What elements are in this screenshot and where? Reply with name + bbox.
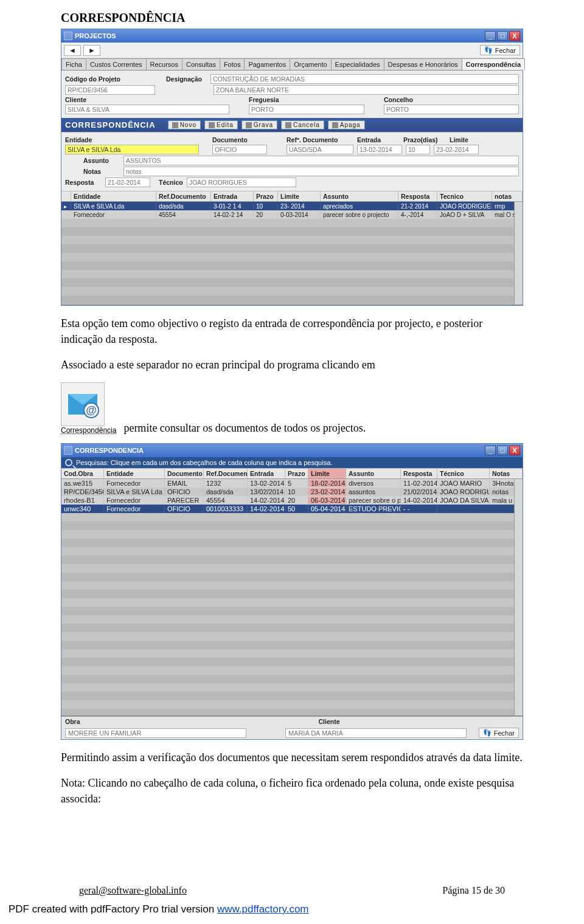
paragraph: Permitindo assim a verificação dos docum… <box>61 750 523 765</box>
designacao-field[interactable]: CONSTRUÇÃO DE MORADIAS <box>210 74 519 84</box>
pdf-watermark: PDF created with pdfFactory Pro trial ve… <box>9 903 584 915</box>
assunto-label: Assunto <box>83 157 120 164</box>
tab-correspondencia[interactable]: Correspondência <box>462 58 525 70</box>
band-title: CORRESPONDÊNCIA <box>65 120 156 129</box>
cliente-field[interactable]: MARIA DA MARIA <box>285 728 467 738</box>
grid2-footer: Obra Cliente <box>61 716 523 726</box>
table-row[interactable]: RP/CDE/3456 SILVA e SILVA Lda OFICIO das… <box>61 488 523 496</box>
obra-field[interactable]: MORERE UN FAMILIAR <box>65 728 246 738</box>
assunto-field[interactable]: ASSUNTOS <box>123 156 519 165</box>
minimize-button[interactable]: _ <box>485 31 496 41</box>
codigo-field[interactable]: RP/CDE/3456 <box>65 85 155 95</box>
concelho-label: Concelho <box>384 96 413 103</box>
grid2-header[interactable]: Cod.Obra Entidade Documento Ref.Documen … <box>61 468 523 479</box>
grid1-header[interactable]: Entidade Ref.Documento Entrada Prazo Lim… <box>61 191 523 202</box>
limite-label: Limite <box>450 136 468 143</box>
app-icon <box>64 32 72 40</box>
prazo-field[interactable]: 10 <box>406 145 430 154</box>
vertical-scrollbar[interactable] <box>514 202 523 305</box>
grid2[interactable]: as.we315 Fornecedor EMAIL 1232 13-02-201… <box>61 479 523 716</box>
fechar-label: Fechar <box>495 47 516 54</box>
nav-prev-button[interactable]: ◄ <box>64 45 81 56</box>
obra-label: Obra <box>65 718 80 725</box>
concelho-field[interactable]: PORTO <box>384 105 519 114</box>
nav-next-button[interactable]: ► <box>83 45 100 56</box>
tab-pagamentos[interactable]: Pagamentos <box>244 58 290 70</box>
window-title: CORRESPONDENCIA <box>75 447 144 454</box>
exit-icon: 👣 <box>484 46 493 54</box>
paragraph: Esta opção tem como objectivo o registo … <box>61 315 523 347</box>
tab-ficha[interactable]: Ficha <box>61 58 86 70</box>
page-footer: geral@software-global.info Página 15 de … <box>0 885 584 896</box>
table-row[interactable]: ▸ SILVA e SILVA Lda dasd/sda 3-01-2 1 4 … <box>61 202 523 210</box>
grid1[interactable]: ▸ SILVA e SILVA Lda dasd/sda 3-01-2 1 4 … <box>61 202 523 305</box>
entidade-label: Entidade <box>65 136 102 143</box>
designacao-label: Designação <box>166 75 202 83</box>
edit-icon <box>209 122 215 128</box>
paragraph: Nota: Clicando no cabeçalho de cada colu… <box>61 775 523 807</box>
documento-label: Documento <box>212 136 261 143</box>
tab-despesas[interactable]: Despesas e Honorários <box>384 58 462 70</box>
notas-field[interactable]: notas <box>123 167 519 176</box>
notas-label: Notas <box>83 168 120 175</box>
documento-field[interactable]: OFICIO <box>212 145 267 154</box>
codigo-label: Código do Projeto <box>65 75 132 83</box>
ref-field[interactable]: UASD/SDA <box>287 145 353 154</box>
nav-toolbar: ◄ ► 👣 Fechar <box>61 43 523 58</box>
shortcut-caption: Correspondência <box>61 426 116 437</box>
table-row[interactable]: Fornecedor 45554 14-02-2 14 20 0-03-2014… <box>61 210 523 219</box>
section-band: CORRESPONDÊNCIA Novo Edita Grava Cancela… <box>61 118 523 132</box>
tab-consultas[interactable]: Consultas <box>182 58 220 70</box>
tab-fotos[interactable]: Fotos <box>220 58 245 70</box>
pdffactory-link[interactable]: www.pdffactory.com <box>217 903 309 915</box>
fechar-button[interactable]: 👣 Fechar <box>480 45 520 55</box>
cancela-button[interactable]: Cancela <box>281 120 324 129</box>
close-button[interactable]: X <box>509 31 520 41</box>
maximize-button[interactable]: □ <box>497 446 508 455</box>
delete-icon <box>332 122 338 128</box>
tab-recursos[interactable]: Recursos <box>146 58 182 70</box>
cliente-label: Cliente <box>319 718 340 725</box>
limite-field[interactable]: 23-02-2014 <box>434 145 479 154</box>
window-titlebar[interactable]: CORRESPONDENCIA _ □ X <box>61 444 523 457</box>
entrada-label: Entrada <box>357 136 400 143</box>
tecnico-label: Técnico <box>159 179 183 186</box>
save-icon <box>246 122 252 128</box>
cliente-field[interactable]: SILVA & SILVA <box>65 105 229 114</box>
search-icon <box>65 459 72 466</box>
tab-orcamento[interactable]: Orçamento <box>290 58 331 70</box>
edita-button[interactable]: Edita <box>204 120 238 129</box>
zona-field[interactable]: ZONA BALNEAR NORTE <box>214 85 519 95</box>
table-row[interactable]: rhodes-B1 Fornecedor PARECER 45554 14-02… <box>61 496 523 505</box>
resposta-field[interactable]: 21-02-2014 <box>105 178 150 187</box>
table-row[interactable]: as.we315 Fornecedor EMAIL 1232 13-02-201… <box>61 479 523 488</box>
window-title: PROJECTOS <box>75 32 116 40</box>
app-icon <box>64 446 72 455</box>
close-button[interactable]: X <box>509 446 520 455</box>
new-icon <box>172 122 178 128</box>
correspondencia-shortcut-icon[interactable]: @ <box>61 382 105 426</box>
window-titlebar[interactable]: PROJECTOS _ □ X <box>61 29 523 43</box>
apaga-button[interactable]: Apaga <box>328 120 365 129</box>
cancel-icon <box>285 122 291 128</box>
footer-email[interactable]: geral@software-global.info <box>79 885 187 896</box>
entidade-field[interactable]: SILVA e SILVA Lda <box>65 145 199 154</box>
freguesia-label: Freguesia <box>249 96 297 103</box>
paragraph-continuation: permite consultar os documentos de todos… <box>123 422 366 437</box>
fechar-button[interactable]: 👣 Fechar <box>479 728 519 738</box>
tecnico-field[interactable]: JOAO RODRIGUES <box>187 178 296 187</box>
minimize-button[interactable]: _ <box>485 446 496 455</box>
table-row[interactable]: unwc340 Fornecedor OFICIO 0010033333 14-… <box>61 505 523 513</box>
novo-button[interactable]: Novo <box>168 120 201 129</box>
resposta-label: Resposta <box>65 179 102 186</box>
search-hint-bar: Pesquisas: Clique em cada um dos cabeçal… <box>61 457 523 468</box>
projectos-window: PROJECTOS _ □ X ◄ ► 👣 Fechar Ficha Custo… <box>61 29 523 306</box>
maximize-button[interactable]: □ <box>497 31 508 41</box>
tab-especialidades[interactable]: Especialidades <box>331 58 384 70</box>
vertical-scrollbar[interactable] <box>514 479 523 715</box>
at-icon: @ <box>83 402 99 418</box>
freguesia-field[interactable]: PORTO <box>249 105 364 114</box>
grava-button[interactable]: Grava <box>242 120 277 129</box>
entrada-field[interactable]: 13-02-2014 <box>357 145 402 154</box>
tab-custos[interactable]: Custos Correntes <box>86 58 147 70</box>
